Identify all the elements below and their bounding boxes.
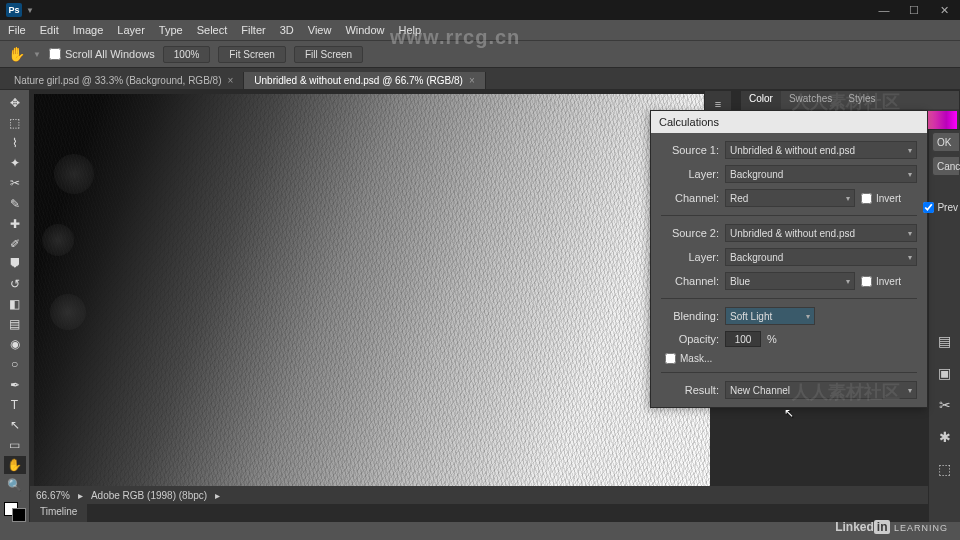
menu-3d[interactable]: 3D [280, 24, 294, 36]
zoom-level[interactable]: 66.67% [36, 490, 70, 501]
crop-tool-icon[interactable]: ✂ [4, 174, 26, 192]
menu-image[interactable]: Image [73, 24, 104, 36]
marquee-tool-icon[interactable]: ⬚ [4, 114, 26, 132]
dodge-tool-icon[interactable]: ○ [4, 355, 26, 373]
cursor-icon: ↖ [784, 406, 794, 420]
gradient-tool-icon[interactable]: ▤ [4, 315, 26, 333]
ok-button[interactable]: OK [932, 132, 960, 152]
menu-filter[interactable]: Filter [241, 24, 265, 36]
maximize-button[interactable]: ☐ [904, 4, 924, 17]
channel2-label: Channel: [661, 275, 719, 287]
invert1-checkbox[interactable]: Invert [861, 193, 901, 204]
dialog-title: Calculations [651, 111, 927, 133]
lasso-tool-icon[interactable]: ⌇ [4, 134, 26, 152]
source1-label: Source 1: [661, 144, 719, 156]
tools-icon[interactable]: ✂ [934, 394, 956, 416]
zoom-100-button[interactable]: 100% [163, 46, 211, 63]
stamp-tool-icon[interactable]: ⛊ [4, 255, 26, 273]
hand-tool-icon[interactable]: ✋ [8, 46, 25, 62]
wand-tool-icon[interactable]: ✦ [4, 154, 26, 172]
menu-view[interactable]: View [308, 24, 332, 36]
channel1-select[interactable]: Red▾ [725, 189, 855, 207]
channel2-select[interactable]: Blue▾ [725, 272, 855, 290]
document-tab[interactable]: Nature girl.psd @ 33.3% (Background, RGB… [4, 72, 244, 89]
titlebar: Ps ▼ — ☐ ✕ [0, 0, 960, 20]
fit-screen-button[interactable]: Fit Screen [218, 46, 286, 63]
history-brush-tool-icon[interactable]: ↺ [4, 275, 26, 293]
close-button[interactable]: ✕ [934, 4, 954, 17]
document-canvas[interactable] [34, 94, 710, 502]
source2-select[interactable]: Unbridled & without end.psd▾ [725, 224, 917, 242]
blending-select[interactable]: Soft Light▾ [725, 307, 815, 325]
history-icon[interactable]: ▤ [934, 330, 956, 352]
path-tool-icon[interactable]: ↖ [4, 416, 26, 434]
mask-checkbox[interactable]: Mask... [665, 353, 712, 364]
blur-tool-icon[interactable]: ◉ [4, 335, 26, 353]
shape-tool-icon[interactable]: ▭ [4, 436, 26, 454]
layer1-select[interactable]: Background▾ [725, 165, 917, 183]
menu-type[interactable]: Type [159, 24, 183, 36]
tool-preset-chevron-icon[interactable]: ▼ [33, 50, 41, 59]
eyedropper-tool-icon[interactable]: ✎ [4, 195, 26, 213]
calculations-dialog: Calculations Source 1: Unbridled & witho… [650, 110, 928, 408]
fill-screen-button[interactable]: Fill Screen [294, 46, 363, 63]
zoom-tool-icon[interactable]: 🔍 [4, 476, 26, 494]
eraser-tool-icon[interactable]: ◧ [4, 295, 26, 313]
result-label: Result: [661, 384, 719, 396]
linkedin-learning-logo: Linkedin LEARNING [835, 520, 948, 534]
healing-tool-icon[interactable]: ✚ [4, 215, 26, 233]
navigator-icon[interactable]: ✱ [934, 426, 956, 448]
layer2-select[interactable]: Background▾ [725, 248, 917, 266]
close-tab-icon[interactable]: × [469, 75, 475, 86]
close-tab-icon[interactable]: × [227, 75, 233, 86]
preview-checkbox[interactable]: Prev [923, 202, 958, 213]
document-tab[interactable]: Unbridled & without end.psd @ 66.7% (RGB… [244, 72, 485, 89]
source1-select[interactable]: Unbridled & without end.psd▾ [725, 141, 917, 159]
cancel-button[interactable]: Canc [932, 156, 960, 176]
background-swatch[interactable] [12, 508, 26, 522]
document-profile: Adobe RGB (1998) (8bpc) [91, 490, 207, 501]
watermark-text: www.rrcg.cn [390, 26, 520, 49]
opacity-input[interactable] [725, 331, 761, 347]
chevron-down-icon[interactable]: ▼ [26, 6, 34, 15]
invert2-checkbox[interactable]: Invert [861, 276, 901, 287]
actions-icon[interactable]: ▣ [934, 362, 956, 384]
menu-window[interactable]: Window [345, 24, 384, 36]
menu-file[interactable]: File [8, 24, 26, 36]
blending-label: Blending: [661, 310, 719, 322]
document-tabs: Nature girl.psd @ 33.3% (Background, RGB… [0, 68, 960, 90]
info-icon[interactable]: ⬚ [934, 458, 956, 480]
minimize-button[interactable]: — [874, 4, 894, 17]
toolbox: ✥ ⬚ ⌇ ✦ ✂ ✎ ✚ ✐ ⛊ ↺ ◧ ▤ ◉ ○ ✒ T ↖ ▭ ✋ 🔍 [0, 90, 30, 522]
brush-tool-icon[interactable]: ✐ [4, 235, 26, 253]
app-logo: Ps [6, 3, 22, 17]
color-tab[interactable]: Color [741, 91, 781, 109]
timeline-panel-tab[interactable]: Timeline [30, 504, 87, 522]
percent-label: % [767, 333, 777, 345]
status-bar: 66.67% ▸ Adobe RGB (1998) (8bpc) ▸ [30, 486, 928, 504]
type-tool-icon[interactable]: T [4, 396, 26, 414]
menu-edit[interactable]: Edit [40, 24, 59, 36]
hand-tool-icon[interactable]: ✋ [4, 456, 26, 474]
opacity-label: Opacity: [661, 333, 719, 345]
menu-layer[interactable]: Layer [117, 24, 145, 36]
layer1-label: Layer: [661, 168, 719, 180]
menu-select[interactable]: Select [197, 24, 228, 36]
watermark-text: 人人素材社区 [792, 90, 900, 114]
layer2-label: Layer: [661, 251, 719, 263]
move-tool-icon[interactable]: ✥ [4, 94, 26, 112]
scroll-all-checkbox[interactable]: Scroll All Windows [49, 48, 155, 60]
pen-tool-icon[interactable]: ✒ [4, 376, 26, 394]
watermark-text: 人人素材社区 [792, 380, 900, 404]
channel1-label: Channel: [661, 192, 719, 204]
source2-label: Source 2: [661, 227, 719, 239]
color-swatches[interactable] [4, 502, 26, 522]
